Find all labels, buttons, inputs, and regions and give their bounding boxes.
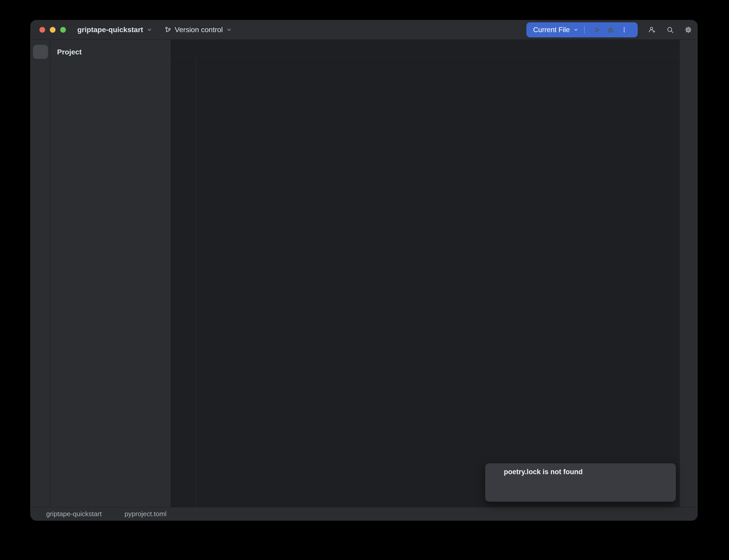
pycharm-window: griptape-quickstart Version control Curr…	[31, 20, 697, 520]
debug-icon[interactable]	[607, 26, 614, 33]
breadcrumb: griptape-quickstart pyproject.toml	[37, 510, 166, 518]
right-tool-window-stripe	[679, 40, 697, 507]
inspection-ok-check-icon[interactable]	[669, 65, 676, 72]
code-editor[interactable]	[171, 57, 679, 507]
desktop-background: { "titlebar": { "project_name": "griptap…	[0, 0, 729, 560]
chevron-down-icon	[85, 50, 90, 55]
database-icon[interactable]	[685, 65, 692, 72]
git-branch-icon[interactable]	[37, 491, 44, 499]
chevron-down-icon	[226, 27, 232, 33]
title-bar-actions: Current File	[526, 22, 697, 37]
structure-icon[interactable]	[37, 69, 44, 76]
notification-header: poetry.lock is not found	[492, 468, 669, 476]
project-panel-header[interactable]: Project	[50, 40, 171, 65]
tab-options-kebab-icon[interactable]	[663, 45, 670, 51]
run-configuration-pill: Current File	[526, 22, 638, 37]
traffic-lights	[39, 27, 66, 33]
add-user-icon[interactable]	[648, 26, 656, 34]
problems-icon[interactable]	[37, 471, 44, 479]
project-panel-title: Project	[57, 48, 82, 56]
info-icon	[492, 468, 500, 476]
project-widget-label: griptape-quickstart	[77, 26, 143, 34]
main-area: Project	[31, 40, 697, 507]
breadcrumb-project[interactable]: griptape-quickstart	[46, 510, 102, 518]
notification-title: poetry.lock is not found	[504, 468, 583, 476]
settings-gear-icon[interactable]	[684, 26, 692, 34]
pill-divider	[584, 26, 585, 34]
title-bar: griptape-quickstart Version control Curr…	[31, 20, 697, 40]
vcs-widget[interactable]: Version control	[164, 26, 232, 34]
search-icon[interactable]	[666, 26, 674, 34]
chevron-right-icon	[105, 511, 110, 516]
lock-open-icon[interactable]	[684, 510, 691, 517]
folder-icon	[37, 48, 44, 56]
left-stripe-bottom	[37, 452, 44, 507]
git-branch-icon	[164, 26, 171, 33]
chevron-down-icon	[573, 27, 579, 32]
gutter-divider	[196, 57, 196, 507]
terminal-icon[interactable]	[37, 452, 44, 459]
editor-tab-bar	[171, 40, 679, 57]
status-bar: griptape-quickstart pyproject.toml	[31, 507, 697, 520]
close-window-button[interactable]	[39, 27, 45, 33]
project-panel: Project	[50, 40, 171, 507]
maximize-window-button[interactable]	[60, 27, 66, 33]
more-actions-icon[interactable]	[621, 26, 628, 33]
project-widget[interactable]: griptape-quickstart	[77, 26, 152, 34]
chevron-down-icon	[147, 27, 152, 33]
vcs-widget-label: Version control	[175, 26, 223, 34]
module-icon	[37, 511, 43, 517]
breadcrumb-file[interactable]: pyproject.toml	[124, 510, 166, 518]
left-tool-window-stripe	[31, 40, 50, 507]
code-lines	[171, 57, 679, 67]
toml-file-icon	[114, 510, 121, 517]
run-icon[interactable]	[594, 26, 601, 33]
minimize-window-button[interactable]	[50, 27, 55, 33]
more-tool-windows-icon[interactable]	[37, 87, 44, 94]
run-configuration-selector[interactable]: Current File	[533, 26, 570, 34]
status-widgets	[657, 510, 691, 517]
copilot-icon[interactable]	[657, 510, 665, 517]
notifications-bell-icon[interactable]	[685, 45, 692, 53]
notification-badge	[690, 45, 693, 48]
editor-area	[171, 40, 679, 507]
notification-popup: poetry.lock is not found	[485, 463, 676, 502]
project-tool-window-button[interactable]	[33, 45, 48, 59]
ai-assistant-icon[interactable]	[685, 84, 692, 92]
